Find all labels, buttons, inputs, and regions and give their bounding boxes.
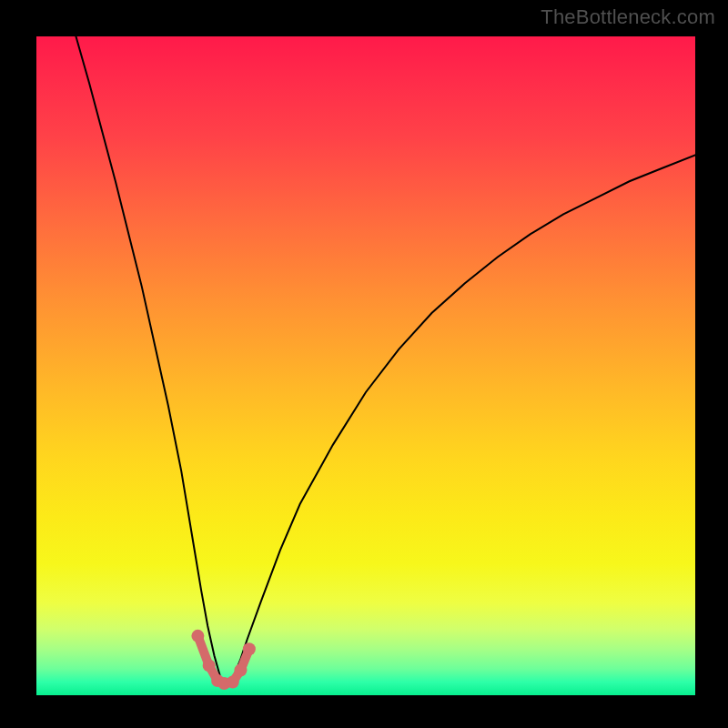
highlight-dot bbox=[227, 676, 239, 689]
plot-area bbox=[36, 36, 695, 695]
highlight-layer bbox=[36, 36, 695, 695]
highlight-dot bbox=[191, 630, 204, 642]
highlight-dot bbox=[243, 642, 256, 655]
highlight-dot bbox=[203, 659, 216, 672]
outer-frame: TheBottleneck.com bbox=[0, 0, 728, 728]
highlight-dot bbox=[234, 663, 247, 676]
watermark-text: TheBottleneck.com bbox=[541, 5, 715, 29]
